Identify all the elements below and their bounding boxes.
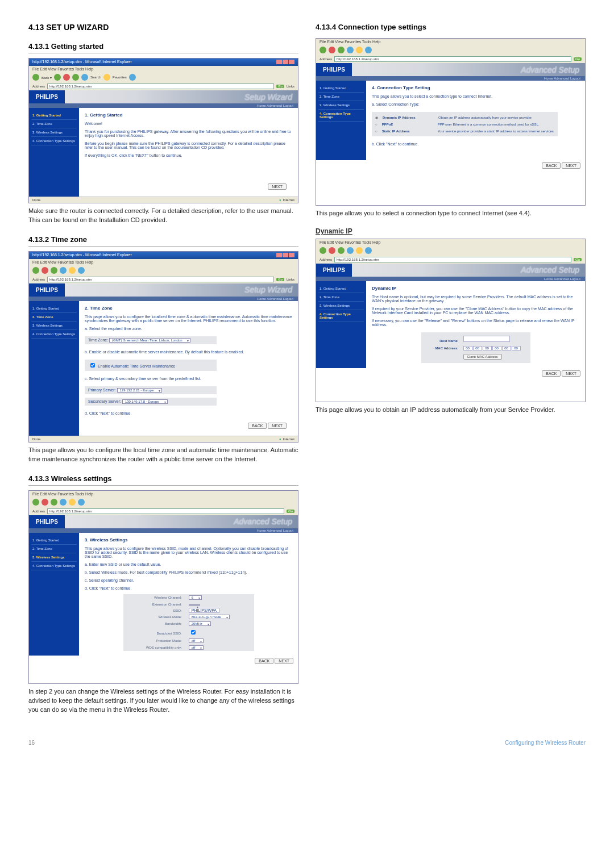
go-button[interactable]: Go — [574, 258, 582, 261]
forward-icon[interactable] — [54, 74, 61, 81]
favorites-icon[interactable] — [356, 47, 363, 53]
menu-bar[interactable]: File Edit View Favorites Tools Help — [316, 39, 585, 45]
mac-address-fields[interactable]: 000000000000 — [463, 346, 521, 350]
home-icon[interactable] — [347, 47, 354, 53]
sidebar-item-timezone[interactable]: 2. Time Zone — [318, 93, 364, 101]
sidebar-item-connection[interactable]: 4. Connection Type Settings — [31, 562, 77, 570]
back-icon[interactable] — [320, 247, 326, 254]
auto-time-checkbox[interactable] — [90, 363, 95, 368]
breadcrumb[interactable]: Home Advanced Logout — [316, 277, 585, 281]
sidebar-item-timezone[interactable]: 2. Time Zone — [31, 313, 77, 322]
window-buttons[interactable] — [276, 253, 294, 258]
favorites-icon[interactable] — [69, 499, 76, 506]
address-input[interactable]: http://192.168.1.2/setup.stm — [47, 508, 284, 514]
address-input[interactable]: http://192.168.1.2/setup.stm — [47, 277, 274, 282]
history-icon[interactable] — [129, 74, 136, 81]
history-icon[interactable] — [78, 499, 85, 506]
back-icon[interactable] — [32, 499, 39, 506]
back-button[interactable]: BACK — [542, 162, 561, 169]
menu-bar[interactable]: File Edit View Favorites Tools Help — [29, 491, 298, 497]
breadcrumb[interactable]: Home Advanced Logout — [29, 528, 298, 533]
refresh-icon[interactable] — [338, 247, 345, 254]
sidebar-item-wireless[interactable]: 3. Wireless Settings — [31, 553, 77, 562]
history-icon[interactable] — [365, 247, 372, 254]
bcast-checkbox[interactable] — [191, 630, 196, 635]
back-button[interactable]: BACK — [248, 423, 267, 429]
sidebar-item-connection[interactable]: 4. Connection Type Settings — [318, 310, 364, 322]
refresh-icon[interactable] — [51, 267, 57, 274]
radio-pppoe[interactable] — [375, 123, 377, 126]
toolbar[interactable] — [316, 245, 585, 256]
toolbar[interactable] — [29, 497, 298, 507]
breadcrumb[interactable]: Home Advanced Logout — [29, 297, 298, 301]
clone-mac-button[interactable]: Clone MAC Address — [463, 354, 502, 360]
home-icon[interactable] — [60, 267, 67, 274]
back-icon[interactable] — [320, 47, 326, 53]
next-button[interactable]: NEXT — [275, 658, 293, 664]
ssid-input[interactable]: PHILIPS/WPA — [189, 608, 219, 613]
go-button[interactable]: Go — [287, 510, 294, 513]
prot-select[interactable]: off — [189, 639, 204, 643]
sidebar-item-connection[interactable]: 4. Connection Type Settings — [31, 330, 77, 339]
toolbar[interactable]: Back ▾ Search Favorites — [29, 72, 298, 82]
window-buttons[interactable] — [276, 60, 294, 65]
sidebar-item-getting-started[interactable]: 1. Getting Started — [318, 285, 364, 293]
secondary-select[interactable]: 130.149.17.8 - Europe — [122, 399, 168, 404]
history-icon[interactable] — [365, 47, 372, 53]
band-select[interactable]: 20MHz — [189, 621, 211, 626]
favorites-icon[interactable] — [69, 267, 76, 274]
sidebar-item-connection[interactable]: 4. Connection Type Settings — [31, 137, 77, 145]
go-button[interactable]: Go — [276, 85, 284, 88]
toolbar[interactable] — [316, 45, 585, 55]
sidebar-item-timezone[interactable]: 2. Time Zone — [31, 545, 77, 553]
refresh-icon[interactable] — [338, 47, 345, 53]
sidebar-item-getting-started[interactable]: 1. Getting Started — [31, 111, 77, 120]
sidebar-item-wireless[interactable]: 3. Wireless Settings — [31, 128, 77, 137]
favorites-icon[interactable] — [356, 247, 363, 254]
stop-icon[interactable] — [329, 47, 335, 53]
back-button[interactable]: BACK — [255, 658, 273, 664]
next-button[interactable]: NEXT — [562, 162, 580, 169]
timezone-select[interactable]: (GMT) Greenwich Mean Time: Lisbon, Londo… — [109, 338, 190, 343]
address-input[interactable]: http://192.168.1.2/setup.stm — [47, 84, 274, 89]
history-icon[interactable] — [78, 267, 85, 274]
sidebar-item-timezone[interactable]: 2. Time Zone — [31, 120, 77, 128]
sidebar-item-wireless[interactable]: 3. Wireless Settings — [31, 322, 77, 330]
extchan-select[interactable] — [189, 604, 200, 606]
go-button[interactable]: Go — [276, 278, 284, 281]
toolbar[interactable] — [29, 265, 298, 276]
stop-icon[interactable] — [63, 74, 70, 81]
sidebar-item-wireless[interactable]: 3. Wireless Settings — [318, 101, 364, 110]
sidebar-item-wireless[interactable]: 3. Wireless Settings — [318, 302, 364, 310]
next-button[interactable]: NEXT — [268, 183, 287, 190]
back-button[interactable]: BACK — [542, 370, 561, 377]
radio-dynamic[interactable] — [375, 115, 378, 119]
menu-bar[interactable]: File Edit View Favorites Tools Help — [29, 259, 298, 265]
breadcrumb[interactable]: Home Advanced Logout — [316, 76, 585, 81]
next-button[interactable]: NEXT — [268, 423, 287, 429]
stop-icon[interactable] — [42, 499, 48, 506]
refresh-icon[interactable] — [72, 74, 79, 81]
next-button[interactable]: NEXT — [562, 370, 580, 377]
go-button[interactable]: Go — [574, 57, 582, 61]
mode-select[interactable]: 802.11b+g+n mode — [189, 615, 230, 619]
refresh-icon[interactable] — [51, 499, 57, 506]
sidebar-item-timezone[interactable]: 2. Time Zone — [318, 293, 364, 302]
menu-bar[interactable]: File Edit View Favorites Tools Help — [29, 66, 298, 72]
radio-static[interactable] — [375, 130, 377, 133]
primary-select[interactable]: 129.132.2.21 - Europe — [117, 388, 163, 393]
menu-bar[interactable]: File Edit View Favorites Tools Help — [316, 239, 585, 245]
sidebar-item-getting-started[interactable]: 1. Getting Started — [31, 304, 77, 313]
address-input[interactable]: http://192.168.1.2/setup.stm — [334, 257, 571, 262]
back-icon[interactable] — [32, 74, 39, 81]
sidebar-item-getting-started[interactable]: 1. Getting Started — [318, 84, 364, 93]
back-icon[interactable] — [32, 267, 39, 274]
home-icon[interactable] — [347, 247, 354, 254]
host-input[interactable] — [463, 336, 510, 342]
address-input[interactable]: http://192.168.1.2/setup.stm — [334, 56, 571, 62]
home-icon[interactable] — [81, 74, 88, 81]
sidebar-item-connection[interactable]: 4. Connection Type Settings — [318, 110, 364, 122]
wds-select[interactable]: off — [189, 645, 204, 650]
channel-select[interactable]: 6 — [189, 595, 202, 600]
stop-icon[interactable] — [42, 267, 48, 274]
